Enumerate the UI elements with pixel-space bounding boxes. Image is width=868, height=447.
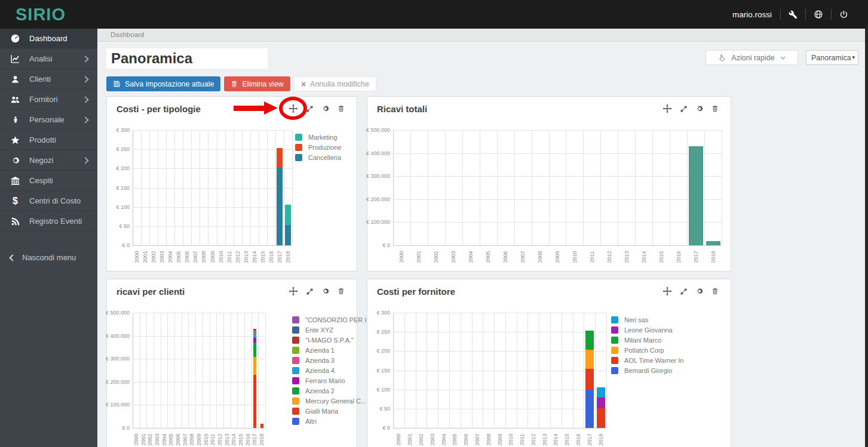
y-axis-tick: € 0 [366, 242, 390, 248]
panel-title: Costi - per tipologie [116, 104, 201, 114]
wrench-icon[interactable] [781, 10, 805, 19]
legend-item[interactable]: Milani Marco [611, 337, 683, 344]
username: mario.rossi [732, 10, 780, 19]
panel-title: ricavi per clienti [116, 286, 185, 297]
gridline [237, 313, 238, 428]
legend-item[interactable]: "CONSORZIO PER I... [292, 316, 372, 323]
save-button[interactable]: Salva impostazione attuale [106, 76, 220, 91]
chevron-right-icon [82, 76, 88, 82]
x-axis-tick: 2002 [433, 249, 440, 265]
panel-icon-group [289, 286, 345, 296]
view-selector[interactable]: Panoramica ▼ [806, 50, 858, 65]
page-title-input[interactable]: Panoramica [106, 48, 268, 69]
sidebar-item-dashboard[interactable]: Dashboard [0, 29, 97, 49]
gridline [133, 313, 133, 428]
legend-label: Potlatch Corp [624, 347, 664, 354]
legend-item[interactable]: Potlatch Corp [611, 347, 683, 354]
x-axis-tick: 2010 [508, 432, 514, 447]
gear-icon[interactable] [695, 104, 704, 113]
legend-item[interactable]: Cancelleria [295, 154, 342, 161]
sidebar-item-personale[interactable]: Personale [0, 110, 97, 130]
legend-item[interactable]: Azienda 1 [292, 347, 372, 354]
trash-icon[interactable] [338, 287, 345, 295]
y-axis-tick: € 150 [366, 368, 390, 374]
chevron-right-icon [82, 56, 88, 62]
sidebar-item-centri-di-costo[interactable]: $Centri di Costo [0, 191, 97, 211]
gridline [393, 176, 722, 177]
move-icon[interactable] [662, 104, 672, 113]
y-axis-tick: € 100 [106, 204, 130, 210]
move-icon[interactable] [289, 286, 298, 296]
legend-item[interactable]: Produzione [295, 144, 342, 151]
trash-icon[interactable] [711, 287, 719, 295]
legend-item[interactable]: Bernardi Giorgio [611, 367, 683, 374]
y-axis-tick: € 100.000 [366, 219, 390, 225]
y-axis-tick: € 300.000 [366, 173, 390, 179]
legend-item[interactable]: Azienda 2 [292, 387, 372, 394]
x-axis-tick: 2004 [440, 432, 447, 447]
y-axis-tick: € 0 [366, 425, 390, 431]
scrollbar-track[interactable] [865, 29, 868, 447]
legend-item[interactable]: Mercury General C... [292, 397, 372, 405]
gridline [203, 313, 203, 428]
sidebar-item-registro-eventi[interactable]: Registro Eventi [0, 211, 97, 232]
legend-item[interactable]: Ferraro Mario [292, 377, 372, 384]
sidebar-item-fornitori[interactable]: Fornitori [0, 90, 97, 110]
legend-swatch [292, 326, 299, 334]
power-icon[interactable] [832, 10, 856, 19]
quick-actions-button[interactable]: Azioni rapide [706, 50, 798, 65]
legend-item[interactable]: Altri [292, 418, 372, 425]
x-axis-tick: 2005 [176, 249, 182, 265]
sidebar-item-negozi[interactable]: Negozi [0, 150, 97, 171]
expand-icon[interactable] [306, 288, 314, 295]
save-button-label: Salva impostazione attuale [125, 80, 214, 88]
x-axis-tick: 2013 [223, 432, 230, 447]
sidebar-item-cespiti[interactable]: Cespiti [0, 171, 97, 191]
gridline [652, 130, 653, 245]
person-icon [10, 115, 20, 125]
legend-item[interactable]: Azienda 4 [292, 367, 372, 374]
legend-item[interactable]: Ente XYZ [292, 326, 372, 334]
gear-icon[interactable] [321, 104, 330, 113]
sidebar-item-prodotti[interactable]: Prodotti [0, 130, 97, 150]
delete-view-button[interactable]: Elimina view [224, 76, 290, 91]
x-axis-tick: 2009 [554, 249, 561, 265]
collapse-menu-button[interactable]: Nascondi menu [0, 248, 97, 267]
trash-icon[interactable] [338, 104, 345, 113]
gridline [161, 313, 161, 428]
legend-item[interactable]: Gialli Maria [292, 408, 372, 415]
legend-item[interactable]: Marketing [295, 134, 342, 141]
expand-icon[interactable] [680, 288, 688, 295]
panel-header: Costi per fornitore [367, 279, 731, 303]
x-axis-tick: 2016 [244, 432, 251, 447]
x-axis-tick: 2004 [161, 432, 167, 447]
gridline [600, 130, 601, 245]
x-axis-tick: 2017 [692, 249, 699, 265]
legend-item[interactable]: Leone Giovanna [611, 326, 683, 334]
move-icon[interactable] [289, 104, 298, 113]
gear-icon[interactable] [321, 287, 330, 295]
legend-item[interactable]: AOL Time Warner In [611, 357, 683, 364]
y-axis-tick: € 500.000 [366, 127, 390, 133]
expand-icon[interactable] [680, 105, 688, 113]
trash-icon[interactable] [711, 104, 719, 113]
user-icon [10, 75, 20, 84]
sidebar-item-label: Clienti [29, 75, 51, 84]
x-axis-tick: 2000 [395, 432, 402, 447]
sidebar-item-analisi[interactable]: Analisi [0, 49, 97, 69]
legend-swatch [292, 316, 299, 323]
legend-item[interactable]: Neri sas [611, 316, 683, 323]
gridline [167, 313, 168, 428]
sidebar-item-clienti[interactable]: Clienti [0, 69, 97, 90]
panel-ricavi-per-clienti: ricavi per clienti € 500.000€ 400.000€ 3… [106, 279, 357, 447]
expand-icon[interactable] [306, 105, 314, 113]
y-axis-tick: € 400.000 [366, 150, 390, 156]
gridline [393, 153, 722, 154]
legend-item[interactable]: Azienda 3 [292, 357, 372, 364]
gear-icon[interactable] [695, 287, 704, 295]
legend-swatch [292, 397, 299, 405]
undo-changes-button[interactable]: × Annulla modifiche [294, 76, 376, 91]
globe-icon[interactable] [806, 10, 831, 19]
legend-item[interactable]: "I-MAGO S.P.A." [292, 337, 372, 344]
move-icon[interactable] [662, 286, 672, 296]
